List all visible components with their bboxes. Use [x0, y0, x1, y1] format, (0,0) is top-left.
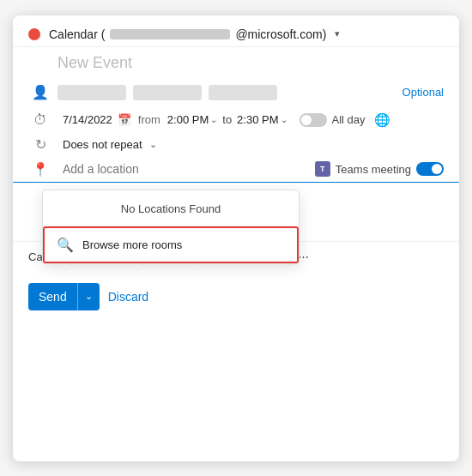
allday-toggle[interactable]: All day — [300, 113, 366, 127]
attendee-chips — [57, 85, 396, 100]
browse-rooms-icon: 🔍 — [57, 237, 74, 253]
teams-icon: T — [315, 161, 330, 177]
calendar-title: Calendar ( @microsoft.com) ▾ — [49, 27, 444, 41]
no-locations-text: No Locations Found — [43, 190, 299, 226]
send-label: Send — [28, 290, 77, 304]
date-value[interactable]: 7/14/2022 — [63, 113, 112, 126]
footer-row: Send ⌄ Discard — [13, 273, 459, 314]
calendar-icon[interactable]: 📅 — [118, 113, 131, 126]
repeat-icon: ↻ — [28, 136, 52, 153]
attendees-row: 👤 Optional — [13, 77, 459, 108]
optional-label[interactable]: Optional — [402, 86, 444, 99]
datetime-row: ⏱ 7/14/2022 📅 from 2:00 PM ⌄ to 2:30 PM … — [13, 108, 459, 132]
new-event-placeholder[interactable]: New Event — [57, 54, 132, 71]
repeat-chevron-icon: ⌄ — [149, 139, 157, 150]
send-chevron-icon[interactable]: ⌄ — [77, 283, 100, 310]
new-event-row: New Event — [13, 47, 459, 77]
clock-icon: ⏱ — [28, 112, 52, 128]
location-section: 📍 T Teams meeting No Locations Found 🔍 B… — [13, 157, 459, 183]
teams-toggle[interactable] — [416, 162, 444, 176]
browse-rooms-label: Browse more rooms — [82, 238, 182, 251]
calendar-label: Calendar ( — [49, 27, 105, 41]
to-label: to — [222, 113, 232, 126]
attendee-chip-2[interactable] — [133, 85, 202, 100]
event-window: Calendar ( @microsoft.com) ▾ New Event 👤… — [13, 15, 459, 461]
from-time-chevron-icon: ⌄ — [210, 115, 217, 124]
location-icon: 📍 — [28, 161, 52, 178]
browse-more-rooms-item[interactable]: 🔍 Browse more rooms — [43, 226, 299, 263]
teams-meeting: T Teams meeting — [315, 161, 444, 177]
calendar-chevron-icon[interactable]: ▾ — [335, 28, 340, 39]
allday-label: All day — [332, 113, 366, 126]
location-row: 📍 T Teams meeting — [13, 157, 459, 183]
calendar-email-blurred — [110, 29, 230, 39]
globe-icon[interactable]: 🌐 — [374, 112, 390, 128]
from-time[interactable]: 2:00 PM ⌄ — [167, 113, 217, 126]
location-dropdown: No Locations Found 🔍 Browse more rooms — [42, 190, 300, 264]
location-input[interactable] — [63, 162, 310, 176]
repeat-row: ↻ Does not repeat ⌄ — [13, 132, 459, 157]
attendee-chip-1[interactable] — [57, 85, 126, 100]
attendee-chip-3[interactable] — [209, 85, 277, 100]
to-time[interactable]: 2:30 PM ⌄ — [237, 113, 287, 126]
header-bar: Calendar ( @microsoft.com) ▾ — [13, 15, 459, 47]
teams-label: Teams meeting — [336, 163, 411, 176]
to-time-chevron-icon: ⌄ — [281, 115, 287, 124]
calendar-dot — [28, 28, 40, 40]
calendar-suffix: @microsoft.com) — [235, 27, 326, 41]
discard-button[interactable]: Discard — [108, 290, 148, 304]
repeat-value[interactable]: Does not repeat ⌄ — [63, 138, 157, 151]
send-button[interactable]: Send ⌄ — [28, 283, 100, 310]
person-icon: 👤 — [28, 84, 52, 100]
